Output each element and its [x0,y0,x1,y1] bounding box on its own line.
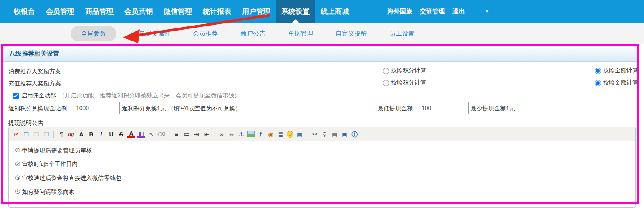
enable-commission-option[interactable]: 启用佣金功能 （开启此功能，推荐返利积分即被独立出来，会员可提现至微信零钱） [13,92,240,100]
settings-sub-nav: 全局参数自定义属性会员推荐商户公告单据管理自定义提醒员工设置 [0,23,644,44]
about-icon[interactable]: ⓘ [351,130,359,138]
consume-by-amount-option[interactable]: 按照金额计算 [595,67,638,74]
recharge-by-amount-radio[interactable] [595,80,601,86]
recharge-by-points-option[interactable]: 按照积分计算 [383,79,426,87]
consume-reward-label: 消费推荐人奖励方案 [8,68,61,75]
flash-icon[interactable]: ƒ [257,130,265,138]
editor-line: ④ 如有疑问请联系商家 [15,187,629,196]
toolbar-separator [307,131,307,138]
paragraph-format-icon[interactable]: ¶ [57,130,65,138]
toolbar-separator [214,131,214,138]
rebate-ratio-suffix: 返利积分兑换1元 （填写0或空值为不可兑换） [122,105,241,113]
paste-icon[interactable]: ❒ [32,130,40,138]
top-nav-items: 收银台会员管理商品管理会员营销微信管理统计报表用户管理系统设置线上商城 [8,0,354,23]
tab-merchant-notice[interactable]: 商户公告 [240,26,265,41]
hr-icon[interactable]: ≣ [277,130,285,138]
nav-item-wechat-mgmt[interactable]: 微信管理 [158,0,197,23]
rebate-ratio-input[interactable] [73,102,120,114]
italic-icon[interactable]: I [97,130,105,138]
top-nav-right: 海外国旅交班管理退出 [387,0,465,23]
unlink-icon[interactable]: ∞ [227,130,235,138]
nav-item-member-mgmt[interactable]: 会员管理 [40,0,80,23]
editor-line: ② 审核时间5个工作日内 [15,160,629,168]
nav-item-user-mgmt[interactable]: 用户管理 [237,0,276,23]
tab-staff-settings[interactable]: 员工设置 [389,26,414,41]
cut-icon[interactable]: ✂ [12,130,20,138]
min-withdraw-suffix: 最少提现金额1元 [471,105,515,113]
tab-custom-attributes[interactable]: 自定义属性 [139,26,170,41]
align-icon[interactable]: ≡ [172,130,180,138]
copy-icon[interactable]: ❐ [22,130,30,138]
chevron-down-icon[interactable]: ▼ [485,0,489,23]
image-icon[interactable] [247,131,255,137]
emoticon-icon[interactable]: ☺ [287,131,293,138]
bold-icon[interactable]: B [87,130,95,138]
min-withdraw-input[interactable] [419,102,469,114]
recharge-reward-label: 充值推荐人奖励方案 [8,80,61,87]
recharge-by-amount-label: 按照金额计算 [603,79,638,87]
nav-item-online-mall[interactable]: 线上商城 [315,0,354,23]
consume-by-points-option[interactable]: 按照积分计算 [383,67,426,74]
font-size-icon[interactable]: A [77,130,85,138]
indent-icon[interactable]: ⇥ [192,130,200,138]
anchor-icon[interactable]: ⚓ [237,130,245,138]
consume-by-amount-radio[interactable] [595,68,601,74]
list-icon[interactable]: ≔ [182,130,190,138]
recharge-by-points-radio[interactable] [383,80,389,86]
paste-text-icon[interactable]: ❒ [42,130,50,138]
tab-order-mgmt[interactable]: 单据管理 [288,26,313,41]
tab-custom-reminder[interactable]: 自定义提醒 [336,26,367,41]
strikethrough-icon[interactable]: S [117,130,125,138]
enable-commission-checkbox[interactable] [13,93,19,99]
nav-item-member-marketing[interactable]: 会员营销 [119,0,158,23]
remove-format-icon[interactable]: ⌫ [157,130,165,138]
font-color-icon[interactable]: A [127,131,135,138]
link-icon[interactable]: ∞ [217,130,225,138]
outdent-icon[interactable]: ⇤ [202,130,210,138]
panel-header: 八级推荐相关设置 [3,46,639,62]
nav-item-system-settings[interactable]: 系统设置 [276,0,315,23]
nav-item-stats-report[interactable]: 统计报表 [197,0,237,23]
table-icon[interactable]: ▦ [295,130,303,138]
editor-line: ③ 审核通过后资金将直接进入微信零钱包 [15,174,629,182]
withdraw-notice-label: 提现说明公告 [8,120,43,127]
page: 收银台会员管理商品管理会员营销微信管理统计报表用户管理系统设置线上商城 海外国旅… [0,0,644,210]
editor-toolbar: ✂❐❒❒¶agABIUSA◧↖⌫≡≔⇥⇤∞∞⚓ƒ◉≣☺▦<>⚲▤▣ⓘ [9,127,635,141]
nav-item-product-mgmt[interactable]: 商品管理 [80,0,119,23]
print-icon[interactable]: ▤ [331,130,338,138]
media-icon[interactable]: ◉ [267,130,275,138]
editor-content[interactable]: ① 申请提现后需要管理员审核② 审核时间5个工作日内③ 审核通过后资金将直接进入… [9,141,635,206]
consume-by-points-label: 按照积分计算 [391,67,426,74]
consume-by-points-radio[interactable] [383,68,389,74]
nav-item-logout[interactable]: 退出 [452,8,465,15]
enable-commission-note: （开启此功能，推荐返利积分即被独立出来，会员可提现至微信零钱） [59,92,240,100]
highlight-color-icon[interactable]: ◧ [137,131,145,138]
min-withdraw-label: 最低提现金额 [378,105,413,113]
nav-item-brand[interactable]: 海外国旅 [387,8,412,15]
recharge-by-amount-option[interactable]: 按照金额计算 [595,79,638,87]
tab-global-params[interactable]: 全局参数 [71,26,116,41]
select-cursor-icon[interactable]: ↖ [147,130,155,138]
nav-item-shift-mgmt[interactable]: 交班管理 [420,8,445,15]
nav-item-cashier[interactable]: 收银台 [8,0,40,23]
fullscreen-icon[interactable]: ▣ [341,130,349,138]
recharge-by-points-label: 按照积分计算 [391,79,426,87]
toolbar-separator [53,131,54,138]
tab-member-referral[interactable]: 会员推荐 [193,26,218,41]
rebate-ratio-label: 返利积分兑换现金比例 [8,105,67,113]
panel-title: 八级推荐相关设置 [9,50,59,58]
toolbar-separator [169,131,169,138]
font-family-icon[interactable]: ag [67,130,75,138]
top-nav-bar: 收银台会员管理商品管理会员营销微信管理统计报表用户管理系统设置线上商城 海外国旅… [0,0,644,23]
active-tab-notch-icon [292,19,299,23]
enable-commission-label: 启用佣金功能 [21,92,56,100]
preview-icon[interactable]: ⚲ [321,130,328,138]
editor-line: ① 申请提现后需要管理员审核 [15,146,629,154]
underline-icon[interactable]: U [107,130,115,138]
consume-by-amount-label: 按照金额计算 [603,67,638,74]
source-code-icon[interactable]: <> [311,130,318,138]
withdraw-notice-editor: ✂❐❒❒¶agABIUSA◧↖⌫≡≔⇥⇤∞∞⚓ƒ◉≣☺▦<>⚲▤▣ⓘ ① 申请提… [8,127,636,208]
